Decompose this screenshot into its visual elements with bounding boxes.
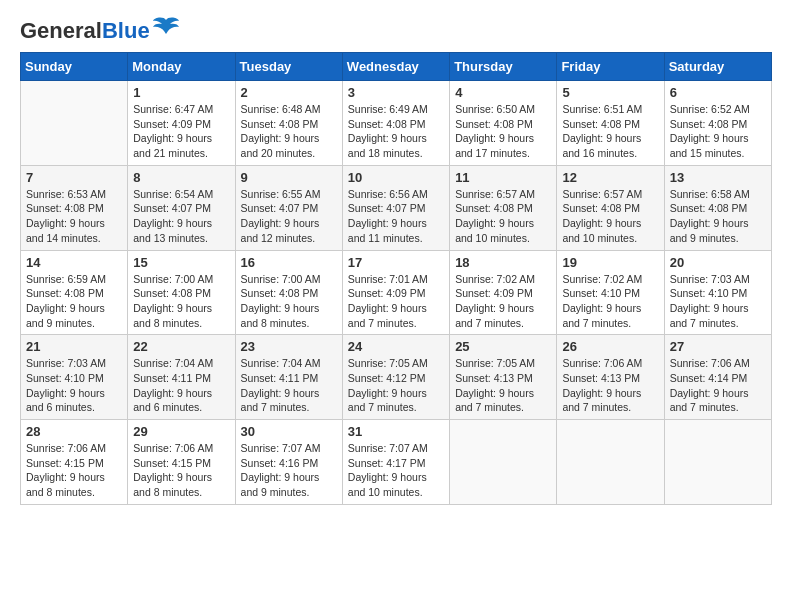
day-info: Sunrise: 7:07 AMSunset: 4:17 PMDaylight:… [348,441,444,500]
calendar-cell: 13Sunrise: 6:58 AMSunset: 4:08 PMDayligh… [664,165,771,250]
day-info: Sunrise: 7:01 AMSunset: 4:09 PMDaylight:… [348,272,444,331]
logo-blue: Blue [102,18,150,43]
weekday-header-friday: Friday [557,53,664,81]
day-number: 7 [26,170,122,185]
day-info: Sunrise: 7:00 AMSunset: 4:08 PMDaylight:… [241,272,337,331]
calendar-cell [664,420,771,505]
day-number: 17 [348,255,444,270]
day-info: Sunrise: 6:50 AMSunset: 4:08 PMDaylight:… [455,102,551,161]
day-number: 8 [133,170,229,185]
day-info: Sunrise: 6:57 AMSunset: 4:08 PMDaylight:… [562,187,658,246]
day-number: 28 [26,424,122,439]
day-number: 22 [133,339,229,354]
day-number: 18 [455,255,551,270]
day-number: 26 [562,339,658,354]
calendar-table: SundayMondayTuesdayWednesdayThursdayFrid… [20,52,772,505]
day-info: Sunrise: 7:06 AMSunset: 4:13 PMDaylight:… [562,356,658,415]
day-info: Sunrise: 6:51 AMSunset: 4:08 PMDaylight:… [562,102,658,161]
day-number: 20 [670,255,766,270]
day-number: 14 [26,255,122,270]
day-info: Sunrise: 6:47 AMSunset: 4:09 PMDaylight:… [133,102,229,161]
day-info: Sunrise: 6:48 AMSunset: 4:08 PMDaylight:… [241,102,337,161]
calendar-cell: 15Sunrise: 7:00 AMSunset: 4:08 PMDayligh… [128,250,235,335]
day-info: Sunrise: 6:53 AMSunset: 4:08 PMDaylight:… [26,187,122,246]
calendar-cell: 28Sunrise: 7:06 AMSunset: 4:15 PMDayligh… [21,420,128,505]
day-number: 3 [348,85,444,100]
day-info: Sunrise: 7:02 AMSunset: 4:10 PMDaylight:… [562,272,658,331]
day-info: Sunrise: 7:02 AMSunset: 4:09 PMDaylight:… [455,272,551,331]
calendar-cell: 19Sunrise: 7:02 AMSunset: 4:10 PMDayligh… [557,250,664,335]
calendar-cell: 9Sunrise: 6:55 AMSunset: 4:07 PMDaylight… [235,165,342,250]
calendar-cell: 3Sunrise: 6:49 AMSunset: 4:08 PMDaylight… [342,81,449,166]
day-info: Sunrise: 7:07 AMSunset: 4:16 PMDaylight:… [241,441,337,500]
calendar-cell: 6Sunrise: 6:52 AMSunset: 4:08 PMDaylight… [664,81,771,166]
day-number: 4 [455,85,551,100]
calendar-week-row: 7Sunrise: 6:53 AMSunset: 4:08 PMDaylight… [21,165,772,250]
day-number: 15 [133,255,229,270]
calendar-week-row: 28Sunrise: 7:06 AMSunset: 4:15 PMDayligh… [21,420,772,505]
calendar-cell: 7Sunrise: 6:53 AMSunset: 4:08 PMDaylight… [21,165,128,250]
day-info: Sunrise: 7:03 AMSunset: 4:10 PMDaylight:… [670,272,766,331]
day-info: Sunrise: 6:52 AMSunset: 4:08 PMDaylight:… [670,102,766,161]
day-info: Sunrise: 6:58 AMSunset: 4:08 PMDaylight:… [670,187,766,246]
calendar-cell: 14Sunrise: 6:59 AMSunset: 4:08 PMDayligh… [21,250,128,335]
day-info: Sunrise: 6:59 AMSunset: 4:08 PMDaylight:… [26,272,122,331]
calendar-week-row: 14Sunrise: 6:59 AMSunset: 4:08 PMDayligh… [21,250,772,335]
calendar-cell: 20Sunrise: 7:03 AMSunset: 4:10 PMDayligh… [664,250,771,335]
calendar-cell: 22Sunrise: 7:04 AMSunset: 4:11 PMDayligh… [128,335,235,420]
day-info: Sunrise: 7:06 AMSunset: 4:15 PMDaylight:… [133,441,229,500]
weekday-header-monday: Monday [128,53,235,81]
day-info: Sunrise: 7:03 AMSunset: 4:10 PMDaylight:… [26,356,122,415]
day-number: 12 [562,170,658,185]
day-number: 1 [133,85,229,100]
logo-general: General [20,18,102,43]
calendar-cell: 25Sunrise: 7:05 AMSunset: 4:13 PMDayligh… [450,335,557,420]
day-info: Sunrise: 6:57 AMSunset: 4:08 PMDaylight:… [455,187,551,246]
logo: GeneralBlue [20,20,180,42]
calendar-week-row: 1Sunrise: 6:47 AMSunset: 4:09 PMDaylight… [21,81,772,166]
day-info: Sunrise: 7:04 AMSunset: 4:11 PMDaylight:… [133,356,229,415]
day-number: 30 [241,424,337,439]
calendar-cell [557,420,664,505]
weekday-header-sunday: Sunday [21,53,128,81]
calendar-cell: 11Sunrise: 6:57 AMSunset: 4:08 PMDayligh… [450,165,557,250]
calendar-cell [450,420,557,505]
day-number: 31 [348,424,444,439]
day-info: Sunrise: 6:54 AMSunset: 4:07 PMDaylight:… [133,187,229,246]
weekday-header-wednesday: Wednesday [342,53,449,81]
calendar-cell: 17Sunrise: 7:01 AMSunset: 4:09 PMDayligh… [342,250,449,335]
day-number: 27 [670,339,766,354]
calendar-cell: 5Sunrise: 6:51 AMSunset: 4:08 PMDaylight… [557,81,664,166]
day-info: Sunrise: 7:05 AMSunset: 4:13 PMDaylight:… [455,356,551,415]
calendar-week-row: 21Sunrise: 7:03 AMSunset: 4:10 PMDayligh… [21,335,772,420]
calendar-cell: 18Sunrise: 7:02 AMSunset: 4:09 PMDayligh… [450,250,557,335]
calendar-cell: 30Sunrise: 7:07 AMSunset: 4:16 PMDayligh… [235,420,342,505]
calendar-cell: 4Sunrise: 6:50 AMSunset: 4:08 PMDaylight… [450,81,557,166]
calendar-cell: 23Sunrise: 7:04 AMSunset: 4:11 PMDayligh… [235,335,342,420]
calendar-cell: 24Sunrise: 7:05 AMSunset: 4:12 PMDayligh… [342,335,449,420]
calendar-cell: 26Sunrise: 7:06 AMSunset: 4:13 PMDayligh… [557,335,664,420]
day-number: 24 [348,339,444,354]
weekday-header-saturday: Saturday [664,53,771,81]
calendar-cell: 29Sunrise: 7:06 AMSunset: 4:15 PMDayligh… [128,420,235,505]
day-number: 23 [241,339,337,354]
calendar-cell: 12Sunrise: 6:57 AMSunset: 4:08 PMDayligh… [557,165,664,250]
calendar-cell: 10Sunrise: 6:56 AMSunset: 4:07 PMDayligh… [342,165,449,250]
calendar-cell: 16Sunrise: 7:00 AMSunset: 4:08 PMDayligh… [235,250,342,335]
day-info: Sunrise: 7:06 AMSunset: 4:14 PMDaylight:… [670,356,766,415]
calendar-cell: 1Sunrise: 6:47 AMSunset: 4:09 PMDaylight… [128,81,235,166]
day-number: 6 [670,85,766,100]
calendar-cell: 27Sunrise: 7:06 AMSunset: 4:14 PMDayligh… [664,335,771,420]
day-number: 25 [455,339,551,354]
weekday-header-thursday: Thursday [450,53,557,81]
day-number: 2 [241,85,337,100]
day-number: 16 [241,255,337,270]
day-number: 13 [670,170,766,185]
day-number: 9 [241,170,337,185]
logo-text: GeneralBlue [20,20,150,42]
day-number: 29 [133,424,229,439]
calendar-cell: 8Sunrise: 6:54 AMSunset: 4:07 PMDaylight… [128,165,235,250]
calendar-cell: 21Sunrise: 7:03 AMSunset: 4:10 PMDayligh… [21,335,128,420]
day-info: Sunrise: 7:05 AMSunset: 4:12 PMDaylight:… [348,356,444,415]
day-info: Sunrise: 6:49 AMSunset: 4:08 PMDaylight:… [348,102,444,161]
